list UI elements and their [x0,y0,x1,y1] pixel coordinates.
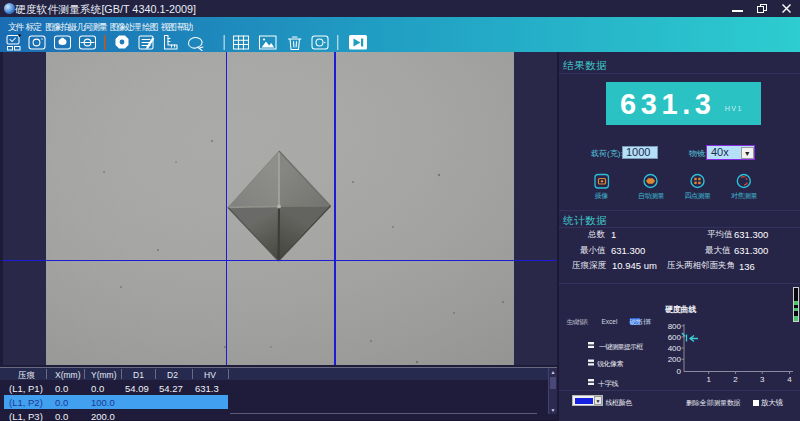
svg-text:600: 600 [668,333,682,342]
svg-text:2: 2 [733,375,738,384]
svg-text:1: 1 [706,375,711,384]
svg-text:400: 400 [668,344,682,353]
svg-text:4: 4 [787,375,792,384]
svg-text:3: 3 [760,375,765,384]
svg-text:800: 800 [668,322,682,331]
svg-text:0: 0 [677,367,682,376]
svg-text:200: 200 [668,355,682,364]
